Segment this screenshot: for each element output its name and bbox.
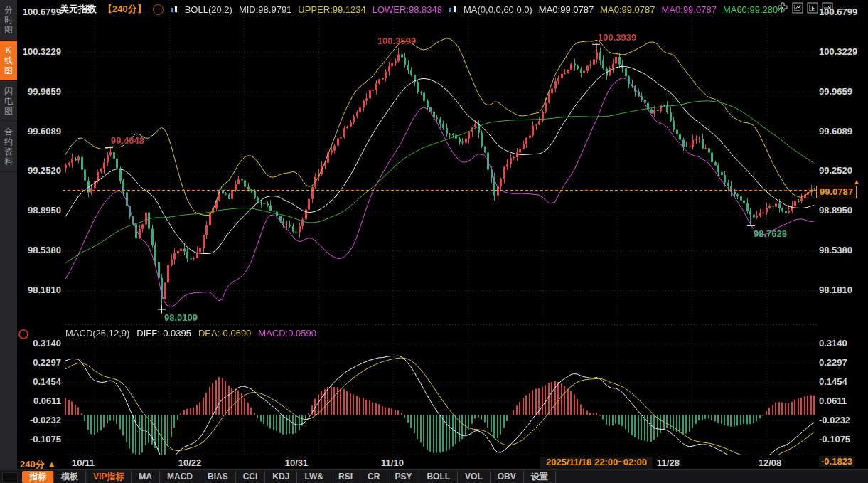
macd-tick-right: 0.3140: [819, 338, 847, 349]
toolbar-item-11[interactable]: PSY: [387, 471, 419, 483]
toolbar-item-4[interactable]: MACD: [160, 471, 200, 483]
time-tick: 11/28: [657, 457, 680, 468]
chart-type-sidebar: 分 时 图K 线 图闪 电 图合 约 资 料: [0, 0, 17, 469]
macd-label: MACD(26,12,9): [65, 328, 129, 339]
sidebar-tab-1[interactable]: K 线 图: [0, 41, 17, 81]
price-tick-right: 98.1810: [819, 285, 852, 295]
price-marker-arrow-icon: ▲: [853, 178, 860, 186]
main-chart-canvas[interactable]: [63, 0, 818, 326]
macd-value: MACD:0.0590: [258, 328, 316, 339]
price-tick-left: 98.8950: [20, 205, 61, 216]
chart-header: 美元指数 【240分】 − BOLL(20,2) MID:98.9791 UPP…: [60, 3, 783, 16]
macd-diff: DIFF:-0.0395: [136, 328, 191, 339]
ma-label: MA(0,0,0,60,0,0): [464, 4, 532, 15]
price-tick-right: 99.9659: [819, 86, 852, 97]
ma0-magenta: MA0:99.0787: [662, 4, 717, 15]
toolbar-item-15[interactable]: 设置: [524, 471, 556, 483]
price-tick-right: 99.2520: [819, 165, 852, 176]
toolbar-item-1[interactable]: 模板: [54, 471, 86, 483]
price-tick-left: 100.3229: [20, 46, 61, 57]
time-tick: 10/11: [72, 457, 95, 468]
period-tag: 【240分】: [103, 3, 146, 16]
price-tick-left: 98.1810: [20, 285, 61, 295]
boll-lower: LOWER:98.8348: [373, 4, 442, 15]
macd-header: MACD(26,12,9) DIFF:-0.0395 DEA:-0.0690 M…: [65, 328, 316, 339]
macd-last-value-label: -0.1823: [819, 456, 854, 467]
indicator-toolbar: 指标模板VIP指标MAMACDBIASCCIKDJLW&RSICRPSYBOLL…: [0, 469, 868, 483]
macd-tick-left: 0.0611: [20, 396, 61, 406]
sidebar-tab-2[interactable]: 闪 电 图: [0, 81, 17, 122]
time-tick: 12/08: [759, 457, 782, 468]
macd-tick-right: -0.1075: [819, 434, 850, 445]
price-tick-right: 99.6089: [819, 126, 852, 137]
ma60-value: MA60:99.2804: [723, 4, 783, 15]
macd-tick-right: -0.0232: [819, 415, 850, 425]
toolbar-corner-icon[interactable]: [2, 472, 18, 482]
toolbar-item-5[interactable]: BIAS: [200, 471, 236, 483]
macd-dea: DEA:-0.0690: [198, 328, 251, 339]
price-tick-right: 100.3229: [819, 46, 857, 57]
chart-play-icon[interactable]: [807, 2, 818, 14]
price-tick-left: 98.5380: [20, 245, 61, 255]
panel-expand-icon[interactable]: [822, 2, 833, 14]
toolbar-item-0[interactable]: 指标: [22, 471, 54, 483]
toolbar-item-10[interactable]: CR: [360, 471, 387, 483]
toolbar-item-9[interactable]: RSI: [331, 471, 360, 483]
price-tick-left: 100.6799: [20, 6, 61, 17]
sidebar-tab-3[interactable]: 合 约 资 料: [0, 122, 17, 172]
chart-panel-icon[interactable]: [792, 2, 803, 14]
current-price-badge: 99.0787: [816, 186, 857, 198]
price-tick-left: 99.2520: [20, 165, 61, 176]
boll-label: BOLL(20,2): [185, 4, 232, 15]
macd-tick-left: -0.1075: [20, 434, 61, 445]
price-tick-left: 99.9659: [20, 86, 61, 97]
toolbar-item-2[interactable]: VIP指标: [86, 471, 132, 483]
time-tick: 11/10: [381, 457, 404, 468]
ma0-yellow: MA0:99.0787: [600, 4, 655, 15]
toolbar-item-12[interactable]: BOLL: [419, 471, 458, 483]
price-tick-right: 98.5380: [819, 245, 852, 255]
price-tick-left: 99.6089: [20, 126, 61, 137]
instrument-title: 美元指数: [60, 3, 97, 16]
chart-window-controls: [777, 2, 833, 14]
collapse-icon[interactable]: −: [153, 4, 164, 15]
macd-tick-left: 0.3140: [20, 338, 61, 349]
sidebar-tab-0[interactable]: 分 时 图: [0, 0, 17, 41]
macd-tick-right: 0.1454: [819, 376, 847, 387]
macd-tick-left: -0.0232: [20, 415, 61, 425]
ma0-white: MA0:99.0787: [539, 4, 594, 15]
macd-tick-right: 0.0611: [819, 396, 847, 406]
boll-indicator-icon: [170, 5, 178, 14]
toolbar-item-14[interactable]: OBV: [491, 471, 524, 483]
macd-tick-right: 0.2297: [819, 357, 847, 368]
macd-tick-left: 0.2297: [20, 357, 61, 368]
macd-tick-left: 0.1454: [20, 376, 61, 387]
toolbar-item-13[interactable]: VOL: [458, 471, 491, 483]
boll-upper: UPPER:99.1234: [298, 4, 365, 15]
time-tick: 10/22: [178, 457, 202, 468]
toolbar-item-7[interactable]: KDJ: [265, 471, 297, 483]
boll-mid: MID:98.9791: [239, 4, 291, 15]
toolbar-item-3[interactable]: MA: [132, 471, 160, 483]
grid-move-icon[interactable]: [777, 2, 788, 14]
pane-refresh-icon[interactable]: [18, 329, 28, 339]
price-tick-right: 98.8950: [819, 205, 852, 216]
toolbar-item-6[interactable]: CCI: [236, 471, 266, 483]
time-tick: 10/31: [285, 457, 309, 468]
toolbar-item-8[interactable]: LW&: [297, 471, 331, 483]
macd-chart-canvas[interactable]: [63, 326, 818, 457]
ma-indicator-icon: [449, 5, 457, 14]
